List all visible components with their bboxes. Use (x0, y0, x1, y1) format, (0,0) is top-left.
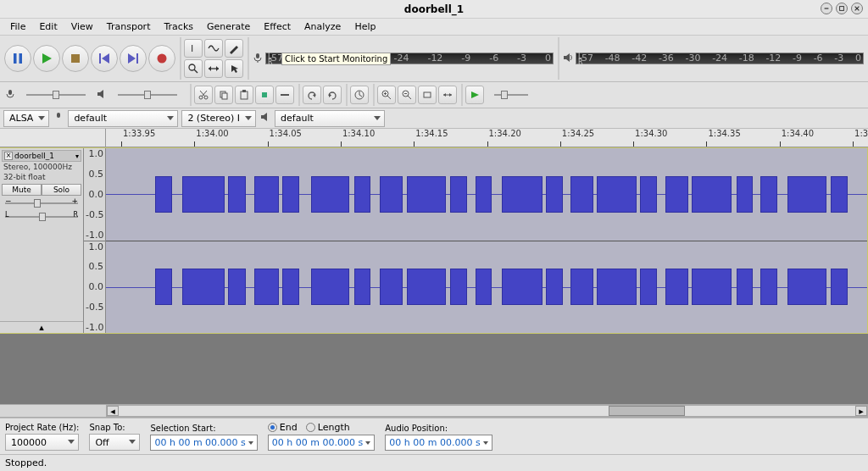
meter-ticks-2: -57-48-42-36-30-24-18-12-9-6-30 (576, 53, 863, 64)
play-button[interactable] (33, 45, 60, 72)
empty-track-area[interactable] (0, 334, 868, 404)
zoom-tool[interactable] (184, 59, 203, 78)
paste-button[interactable] (235, 86, 253, 104)
waveform-block (665, 269, 688, 305)
track-control-panel: × doorbell_1 ▾ Stereo, 100000Hz 32-bit f… (0, 148, 84, 333)
window-title: doorbell_1 (404, 3, 464, 15)
scroll-right-button[interactable]: ▸ (855, 406, 867, 416)
zoom-out-button[interactable] (398, 86, 416, 104)
menu-file[interactable]: File (3, 19, 32, 35)
playback-meter[interactable]: L R -57-48-42-36-30-24-18-12-9-6-30 (576, 53, 864, 64)
skip-start-button[interactable] (91, 45, 118, 72)
selection-start-label: Selection Start: (150, 424, 257, 433)
envelope-tool[interactable] (204, 39, 223, 58)
waveform-block (407, 269, 447, 305)
silence-button[interactable] (275, 86, 294, 104)
waveform-block (476, 176, 492, 213)
menu-analyze[interactable]: Analyze (298, 19, 348, 35)
rec-meter-group: L R Click to Start Monitoring -57-48-428… (248, 37, 556, 80)
sync-lock-button[interactable] (350, 86, 369, 104)
play-at-speed-button[interactable] (465, 86, 484, 104)
waveform-left-channel[interactable] (106, 148, 867, 241)
track-name[interactable]: doorbell_1 (14, 152, 74, 160)
minimize-button[interactable] (821, 3, 832, 14)
waveform-block (692, 269, 732, 305)
scrollbar-track[interactable]: ◂ ▸ (106, 405, 868, 417)
svg-line-45 (408, 96, 411, 99)
zoom-group (373, 84, 459, 106)
selection-tool[interactable]: I (184, 39, 203, 58)
monitoring-tooltip[interactable]: Click to Start Monitoring (281, 53, 391, 65)
trim-button[interactable] (255, 86, 274, 104)
audio-position-time[interactable]: 00 h 00 m 00.000 s (385, 435, 492, 451)
recording-device-combo[interactable]: default (68, 110, 178, 127)
timeline-ruler[interactable]: 1:33.951:34.001:34.051:34.101:34.151:34.… (106, 129, 868, 147)
cut-button[interactable] (194, 86, 213, 104)
end-radio[interactable]: End (268, 422, 298, 433)
mute-button[interactable]: Mute (2, 184, 42, 196)
draw-tool[interactable] (225, 39, 243, 58)
audio-position-label: Audio Position: (385, 424, 492, 433)
waveform-block (228, 176, 247, 213)
menu-help[interactable]: Help (348, 19, 382, 35)
pan-slider[interactable]: LR (5, 211, 78, 223)
menu-effect[interactable]: Effect (257, 19, 298, 35)
recording-meter[interactable]: L R Click to Start Monitoring -57-48-428… (265, 53, 554, 64)
menu-edit[interactable]: Edit (32, 19, 64, 35)
horizontal-scrollbar: ◂ ▸ (0, 404, 868, 418)
undo-button[interactable] (303, 86, 321, 104)
svg-marker-11 (128, 53, 136, 64)
waveform-block (254, 176, 279, 213)
waveform-block (155, 269, 172, 305)
length-radio[interactable]: Length (306, 422, 350, 433)
redo-button[interactable] (323, 86, 342, 104)
zoom-in-button[interactable] (377, 86, 396, 104)
timeshift-tool[interactable] (204, 59, 223, 78)
svg-marker-51 (471, 91, 479, 98)
playback-device-combo[interactable]: default (275, 110, 385, 127)
audio-host-combo[interactable]: ALSA (3, 110, 49, 127)
track-collapse-button[interactable]: ▴ (0, 321, 83, 333)
scroll-left-button[interactable]: ◂ (107, 406, 119, 416)
snap-to-combo[interactable]: Off (89, 434, 140, 451)
solo-button[interactable]: Solo (42, 184, 81, 196)
recording-volume-slider[interactable] (18, 90, 94, 100)
scrollbar-thumb[interactable] (609, 406, 685, 416)
stop-button[interactable] (62, 45, 89, 72)
pause-button[interactable] (4, 45, 31, 72)
track-menu-arrow[interactable]: ▾ (75, 152, 79, 160)
selection-start-time[interactable]: 00 h 00 m 00.000 s (150, 435, 257, 451)
waveform-block (254, 269, 279, 305)
waveform-block (570, 269, 593, 305)
skip-end-button[interactable] (120, 45, 147, 72)
transcription-group (461, 84, 539, 106)
selection-end-time[interactable]: 00 h 00 m 00.000 s (268, 435, 375, 451)
waveform-block (737, 269, 754, 305)
track-close-button[interactable]: × (4, 152, 13, 160)
waveform-block (182, 176, 225, 213)
menu-generate[interactable]: Generate (200, 19, 257, 35)
status-text: Stopped. (5, 457, 47, 468)
vertical-scale[interactable]: 1.0 0.5 0.0 -0.5 -1.0 1.0 0.5 0.0 -0.5 -… (84, 148, 106, 333)
copy-button[interactable] (214, 86, 233, 104)
playback-volume-slider[interactable] (109, 90, 186, 100)
menu-view[interactable]: View (64, 19, 100, 35)
playback-speed-slider[interactable] (486, 90, 537, 100)
maximize-button[interactable] (836, 3, 848, 14)
svg-marker-18 (216, 66, 219, 71)
project-rate-combo[interactable]: 100000 (5, 434, 79, 451)
edit-group (190, 84, 297, 106)
menu-tracks[interactable]: Tracks (157, 19, 200, 35)
fit-selection-button[interactable] (418, 86, 437, 104)
fit-project-button[interactable] (438, 86, 457, 104)
waveform-display[interactable] (106, 148, 867, 333)
waveform-block (182, 269, 225, 305)
menu-transport[interactable]: Transport (100, 19, 158, 35)
waveform-block (831, 176, 848, 213)
waveform-right-channel[interactable] (106, 241, 867, 334)
recording-channels-combo[interactable]: 2 (Stereo) I (181, 110, 256, 127)
record-button[interactable] (148, 45, 175, 72)
gain-slider[interactable]: −+ (5, 197, 78, 209)
close-button[interactable] (851, 3, 863, 14)
multi-tool[interactable] (225, 59, 243, 78)
